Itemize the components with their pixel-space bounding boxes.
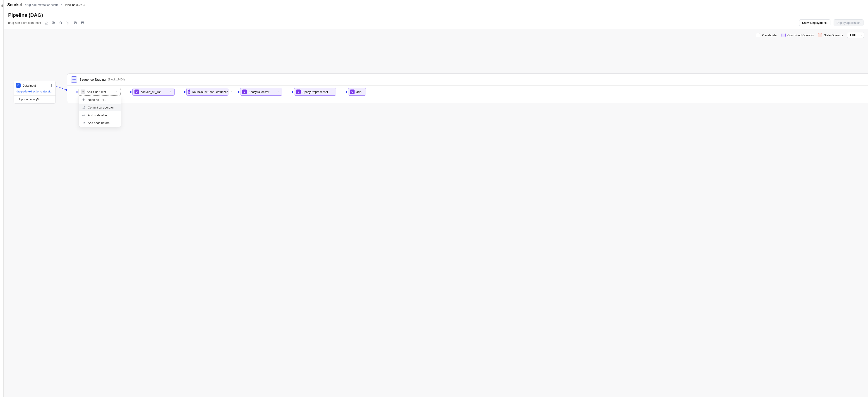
node-nounchunkspanfeaturizer[interactable]: N NounChunkSpanFeaturizer ⋮ — [186, 88, 228, 96]
chevron-right-icon: › — [17, 98, 17, 101]
copy-icon[interactable] — [52, 21, 56, 25]
svg-rect-8 — [74, 79, 75, 80]
svg-rect-6 — [82, 23, 83, 24]
node-badge: U — [134, 89, 139, 94]
node-label: SpacyTokenizer — [249, 90, 274, 93]
ctx-add-node-before[interactable]: Add node before — [79, 119, 121, 127]
node-badge: ? — [81, 89, 85, 94]
node-menu-icon[interactable]: ⋮ — [168, 90, 173, 93]
node-menu-icon[interactable]: ⋮ — [229, 90, 234, 93]
title-bar: Pipeline (DAG) — [4, 10, 868, 20]
save-icon[interactable] — [73, 21, 77, 25]
svg-rect-17 — [83, 115, 84, 116]
toolbar: drug-ade-extraction-testtt Show Deployme… — [4, 20, 868, 29]
data-input-badge: D — [16, 83, 21, 88]
svg-rect-18 — [84, 122, 85, 123]
svg-rect-4 — [74, 22, 76, 24]
node-menu-icon[interactable]: ⋮ — [276, 90, 280, 93]
show-deployments-button[interactable]: Show Deployments — [799, 20, 830, 26]
data-input-title: Data input — [23, 84, 48, 87]
node-label: AsciiCharFilter — [87, 90, 113, 93]
block-title: Sequence Tagging — [80, 78, 106, 81]
node-badge: S — [242, 89, 247, 94]
block-id: (Block 17464) — [108, 78, 125, 81]
node-badge: S — [296, 89, 301, 94]
node-menu-icon[interactable]: ⋮ — [115, 90, 119, 93]
breadcrumb-bar: Snorkel drug-ade-extraction-testtt / Pip… — [4, 0, 868, 10]
ctx-node-id[interactable]: Node #81243 — [79, 96, 121, 104]
ctx-add-node-after[interactable]: Add node after — [79, 111, 121, 119]
brand-logo: Snorkel — [7, 2, 22, 7]
node-badge: U — [350, 89, 354, 94]
data-input-menu-icon[interactable]: ⋮ — [50, 84, 53, 87]
node-add-partial[interactable]: U add. — [348, 88, 366, 96]
delete-icon[interactable] — [59, 21, 63, 25]
main-area: Snorkel drug-ade-extraction-testtt / Pip… — [4, 0, 868, 397]
data-input-card[interactable]: D Data input ⋮ drug-ade-extraction-datas… — [13, 81, 56, 104]
node-label: convert_str_list — [141, 90, 167, 93]
arrow-right-icon — [82, 113, 86, 117]
node-label: NounChunkSpanFeaturizer — [192, 90, 228, 93]
breadcrumb-project[interactable]: drug-ade-extraction-testtt — [25, 3, 58, 6]
dag-canvas[interactable]: Placeholder Committed Operator Stale Ope… — [4, 29, 868, 397]
node-context-menu: Node #81243 Commit an operator Add node … — [79, 96, 121, 127]
sequence-tagging-block: Sequence Tagging (Block 17464) ? — [67, 74, 868, 103]
node-asciicharfilter[interactable]: ? AsciiCharFilter ⋮ — [79, 88, 121, 96]
pencil-icon — [82, 106, 86, 109]
svg-rect-7 — [73, 79, 73, 80]
node-spacypreprocessor[interactable]: S SpacyPreprocessor ⋮ — [294, 88, 336, 96]
sidebar-collapse-handle[interactable] — [0, 0, 4, 397]
nodes-row: ? AsciiCharFilter ⋮ U convert_str_list ⋮… — [67, 88, 868, 99]
breadcrumb-current: Pipeline (DAG) — [65, 3, 85, 6]
node-label: add. — [356, 90, 364, 93]
svg-point-3 — [69, 24, 69, 24]
breadcrumb-separator: / — [61, 3, 62, 7]
page-title: Pipeline (DAG) — [8, 12, 43, 18]
deploy-application-button: Deploy application — [834, 20, 864, 26]
node-spacytokenizer[interactable]: S SpacyTokenizer ⋮ — [240, 88, 282, 96]
ctx-commit-operator[interactable]: Commit an operator — [79, 104, 121, 111]
edit-name-icon[interactable] — [44, 21, 48, 25]
archive-icon[interactable] — [81, 21, 85, 25]
node-badge: N — [188, 89, 190, 94]
expand-sidebar-icon — [0, 4, 3, 7]
node-convert-str-list[interactable]: U convert_str_list ⋮ — [132, 88, 175, 96]
copy-icon — [82, 98, 86, 102]
node-menu-icon[interactable]: ⋮ — [330, 90, 334, 93]
cart-icon[interactable] — [66, 21, 70, 25]
block-type-icon — [71, 76, 77, 83]
node-label: SpacyPreprocessor — [303, 90, 328, 93]
dataset-link[interactable]: drug-ade-extraction-dataset-07... — [14, 90, 56, 95]
input-schema-toggle[interactable]: › Input schema (5) — [14, 95, 56, 103]
arrow-left-icon — [82, 121, 86, 124]
svg-point-2 — [67, 24, 68, 24]
pipeline-name: drug-ade-extraction-testtt — [8, 21, 41, 25]
app-root: Snorkel drug-ade-extraction-testtt / Pip… — [0, 0, 868, 397]
